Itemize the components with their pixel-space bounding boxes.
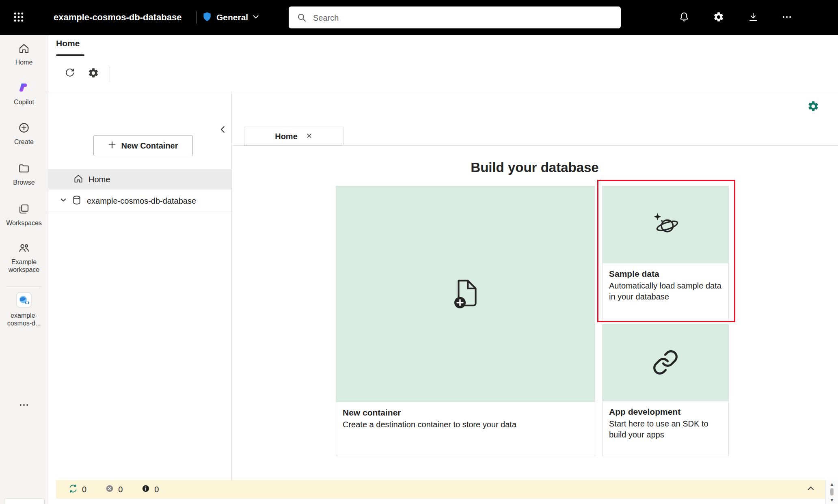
view-settings-button[interactable] <box>807 100 819 114</box>
topbar-separator <box>197 11 197 24</box>
document-add-icon <box>449 276 483 312</box>
copilot-icon <box>18 82 30 96</box>
refresh-icon <box>64 67 76 80</box>
scroll-down-arrow[interactable]: ▼ <box>825 497 838 503</box>
top-bar: example-cosmos-db-database General <box>0 0 838 35</box>
chevron-up-icon <box>807 485 815 494</box>
status-sync-group[interactable]: 0 <box>68 484 86 495</box>
workspaces-icon <box>18 203 30 217</box>
gear-icon <box>88 67 99 80</box>
planet-icon <box>651 209 680 240</box>
rail-divider <box>6 286 41 287</box>
download-button[interactable] <box>745 10 761 26</box>
sidebar-more-button[interactable] <box>0 399 48 412</box>
settings-button[interactable] <box>711 10 727 26</box>
ribbon-divider <box>48 92 838 92</box>
tree-item-database[interactable]: example-cosmos-db-database <box>48 191 231 211</box>
sidebar-item-label: Example workspace <box>3 258 45 274</box>
new-container-button[interactable]: New Container <box>93 135 193 156</box>
explorer-divider <box>231 92 232 480</box>
sidebar-item-label: Home <box>15 58 33 66</box>
ellipsis-icon <box>781 11 793 24</box>
sidebar-item-browse[interactable]: Browse <box>0 162 48 186</box>
folder-icon <box>18 162 30 176</box>
ribbon-settings-button[interactable] <box>84 65 102 83</box>
sample-data-card-art <box>603 186 728 263</box>
sidebar-item-label: Browse <box>13 179 35 186</box>
sidebar-item-label: Workspaces <box>6 219 42 227</box>
new-container-label: New Container <box>121 141 178 151</box>
expand-panel-button[interactable] <box>804 482 818 496</box>
fabric-app-window: example-cosmos-db-database General <box>0 0 838 504</box>
download-icon <box>747 11 759 24</box>
sidebar-item-label: Create <box>14 138 34 146</box>
window-title: example-cosmos-db-database <box>54 0 181 35</box>
close-icon[interactable] <box>306 132 313 141</box>
more-options-button[interactable] <box>779 10 795 26</box>
new-container-card[interactable]: New container Create a destination conta… <box>336 186 595 456</box>
refresh-button[interactable] <box>61 65 79 83</box>
sidebar-item-home[interactable]: Home <box>0 42 48 66</box>
chevron-left-icon <box>218 128 227 135</box>
sidebar-item-create[interactable]: Create <box>0 122 48 146</box>
status-info-group[interactable]: 0 <box>141 484 159 495</box>
link-icon <box>652 349 679 377</box>
document-tab-home[interactable]: Home <box>244 127 343 146</box>
search-input[interactable] <box>312 6 614 29</box>
sidebar-item-workspaces[interactable]: Workspaces <box>0 203 48 227</box>
search-icon <box>297 13 307 24</box>
sidebar-item-example-workspace[interactable]: Example workspace <box>0 242 48 274</box>
app-development-card-art <box>603 325 728 401</box>
chevron-down-icon[interactable] <box>59 196 67 206</box>
status-error-group[interactable]: 0 <box>105 484 123 495</box>
toolbar-separator <box>110 66 110 82</box>
app-development-card[interactable]: App development Start here to use an SDK… <box>602 324 729 456</box>
home-icon <box>73 173 84 186</box>
sensitivity-label-text: General <box>216 13 248 22</box>
database-icon <box>71 195 82 207</box>
info-circle-icon <box>141 484 150 495</box>
home-icon <box>18 42 30 56</box>
sample-data-card[interactable]: Sample data Automatically load sample da… <box>602 186 729 320</box>
sync-icon <box>68 484 78 495</box>
tree-item-label: example-cosmos-db-database <box>87 196 196 206</box>
card-title: App development <box>609 406 722 418</box>
sidebar-item-label: Copilot <box>14 98 34 106</box>
vertical-scrollbar[interactable]: ▲ ▼ <box>825 480 838 504</box>
shield-icon <box>202 11 212 24</box>
left-nav-rail: Home Copilot Create Browse Workspaces <box>0 35 48 504</box>
scrollbar-thumb[interactable] <box>830 488 834 495</box>
waffle-icon <box>13 11 25 25</box>
info-count: 0 <box>154 485 159 494</box>
sensitivity-label-control[interactable]: General <box>202 0 259 35</box>
card-description: Start here to use an SDK to build your a… <box>609 418 722 440</box>
card-description: Automatically load sample data in your d… <box>609 280 722 302</box>
sidebar-item-example-cosmos-db[interactable]: example-cosmos-d... <box>0 292 48 327</box>
tabbar-border <box>231 145 838 146</box>
ribbon-tab-underline <box>56 54 84 56</box>
document-tab-label: Home <box>275 132 298 141</box>
card-title: New container <box>343 407 588 418</box>
power-bi-switcher[interactable]: Power BI <box>4 498 45 504</box>
chevron-down-icon <box>252 13 259 22</box>
sidebar-item-copilot[interactable]: Copilot <box>0 82 48 106</box>
status-bar: 0 0 0 <box>56 480 825 499</box>
sync-count: 0 <box>82 485 86 494</box>
sidebar-item-label: example-cosmos-d... <box>3 312 45 327</box>
ellipsis-icon <box>18 399 30 412</box>
card-title: Sample data <box>609 268 722 280</box>
gear-icon <box>713 11 724 24</box>
error-circle-icon <box>105 484 114 495</box>
global-search <box>289 6 621 28</box>
gear-icon <box>807 107 819 114</box>
error-count: 0 <box>118 485 123 494</box>
people-icon <box>18 242 30 256</box>
tree-item-home[interactable]: Home <box>48 169 231 190</box>
bell-icon <box>678 11 690 24</box>
collapse-panel-button[interactable] <box>218 125 227 136</box>
card-description: Create a destination container to store … <box>343 419 588 430</box>
notifications-button[interactable] <box>676 10 692 26</box>
ribbon-tab-home[interactable]: Home <box>56 39 80 48</box>
app-launcher-button[interactable] <box>11 10 27 26</box>
scroll-up-arrow[interactable]: ▲ <box>825 481 838 487</box>
